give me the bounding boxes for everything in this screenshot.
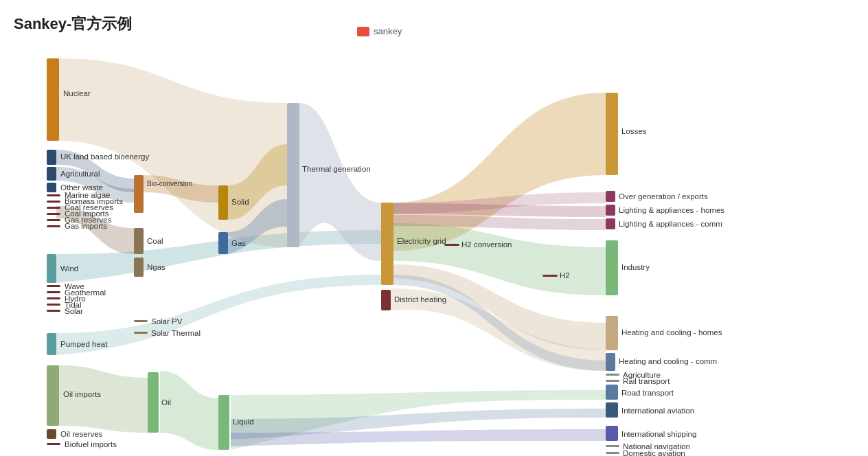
node-oil <box>148 372 159 433</box>
label-losses: Losses <box>621 127 646 135</box>
node-gas-imports <box>47 225 60 227</box>
node-h2-conversion <box>444 244 459 246</box>
label-coal: Coal <box>147 237 163 245</box>
node-oil-reserves <box>47 429 56 439</box>
label-solar-thermal: Solar Thermal <box>151 329 201 337</box>
sankey-chart: Nuclear UK land based bioenergy Agricult… <box>0 48 868 453</box>
legend-color-swatch <box>357 27 369 36</box>
node-solar-thermal <box>134 332 148 334</box>
label-uk-bioenergy: UK land based bioenergy <box>60 152 149 161</box>
node-district-heating <box>381 290 391 310</box>
label-electricity-grid: Electricity grid <box>397 237 446 245</box>
node-h2 <box>542 275 558 277</box>
node-pumped-heat <box>47 333 56 355</box>
node-coal <box>134 228 144 254</box>
label-lighting-comm: Lighting & appliances - comm <box>619 220 722 228</box>
label-domestic-aviation: Domestic aviation <box>623 449 685 456</box>
label-oil: Oil <box>161 398 171 407</box>
node-solar <box>47 310 60 312</box>
node-losses <box>606 93 618 175</box>
label-h2: H2 <box>560 271 570 280</box>
node-electricity-grid <box>381 203 393 285</box>
label-oil-reserves: Oil reserves <box>60 430 102 438</box>
node-wave <box>47 285 60 287</box>
node-uk-bioenergy <box>47 150 56 165</box>
node-agriculture <box>606 374 619 376</box>
node-ngas <box>134 258 144 277</box>
node-lighting-homes <box>606 205 615 216</box>
label-ngas: Ngas <box>147 263 165 271</box>
node-solid <box>218 185 228 220</box>
page-title: Sankey-官方示例 <box>14 14 132 34</box>
label-district-heating: District heating <box>394 295 446 304</box>
label-int-shipping: International shipping <box>621 430 696 438</box>
label-heating-cooling-homes: Heating and cooling - homes <box>621 328 722 337</box>
label-over-gen: Over generation / exports <box>619 192 708 201</box>
node-tidal <box>47 304 60 306</box>
node-rail-transport <box>606 380 619 382</box>
node-gas <box>218 232 228 254</box>
label-lighting-homes: Lighting & appliances - homes <box>619 206 724 214</box>
node-int-aviation <box>606 402 618 418</box>
label-int-aviation: International aviation <box>621 407 694 415</box>
label-solid: Solid <box>231 198 249 206</box>
node-domestic-aviation <box>606 452 619 454</box>
label-solar: Solar <box>65 307 83 315</box>
legend-label: sankey <box>374 26 402 36</box>
node-heating-cooling-comm <box>606 353 615 371</box>
label-wind: Wind <box>60 264 78 273</box>
node-industry <box>606 240 618 295</box>
node-biofuel-imports <box>47 443 60 445</box>
label-h2-conversion: H2 conversion <box>461 240 512 249</box>
node-marine-algae <box>47 194 60 196</box>
label-solar-pv: Solar PV <box>151 317 182 326</box>
node-oil-imports <box>47 365 59 426</box>
label-gas-imports: Gas imports <box>65 222 107 230</box>
label-biofuel-imports: Biofuel imports <box>65 440 117 448</box>
label-liquid: Liquid <box>233 418 254 426</box>
node-road-transport <box>606 385 618 400</box>
node-agricultural <box>47 167 56 181</box>
node-liquid <box>218 395 229 450</box>
label-industry: Industry <box>621 263 650 271</box>
node-wind <box>47 254 56 283</box>
node-over-gen <box>606 191 615 202</box>
node-thermal-gen <box>287 103 299 247</box>
label-heating-cooling-comm: Heating and cooling - comm <box>619 357 717 365</box>
label-gas: Gas <box>231 239 246 247</box>
label-agricultural: Agricultural <box>60 170 100 178</box>
label-pumped-heat: Pumped heat <box>60 340 107 348</box>
node-other-waste <box>47 183 56 192</box>
node-lighting-comm <box>606 218 615 229</box>
node-coal-imports <box>47 213 60 215</box>
node-int-shipping <box>606 426 618 441</box>
node-solar-pv <box>134 320 148 322</box>
legend: sankey <box>357 26 402 36</box>
node-nuclear <box>47 58 59 141</box>
node-geothermal <box>47 291 60 293</box>
node-biomass-imports <box>47 201 60 203</box>
label-nuclear: Nuclear <box>63 89 91 98</box>
label-road-transport: Road transport <box>621 389 674 397</box>
node-gas-reserves <box>47 219 60 221</box>
node-nat-navigation <box>606 445 619 447</box>
label-bio-conversion: Bio-conversion <box>147 180 192 187</box>
flows-svg <box>0 48 868 453</box>
label-oil-imports: Oil imports <box>63 390 101 398</box>
label-thermal-gen: Thermal generation <box>302 165 371 173</box>
node-hydro <box>47 297 60 299</box>
node-coal-reserves <box>47 207 60 209</box>
label-rail-transport: Rail transport <box>623 377 670 385</box>
node-heating-cooling-homes <box>606 316 618 350</box>
node-bio-conversion <box>134 175 144 213</box>
